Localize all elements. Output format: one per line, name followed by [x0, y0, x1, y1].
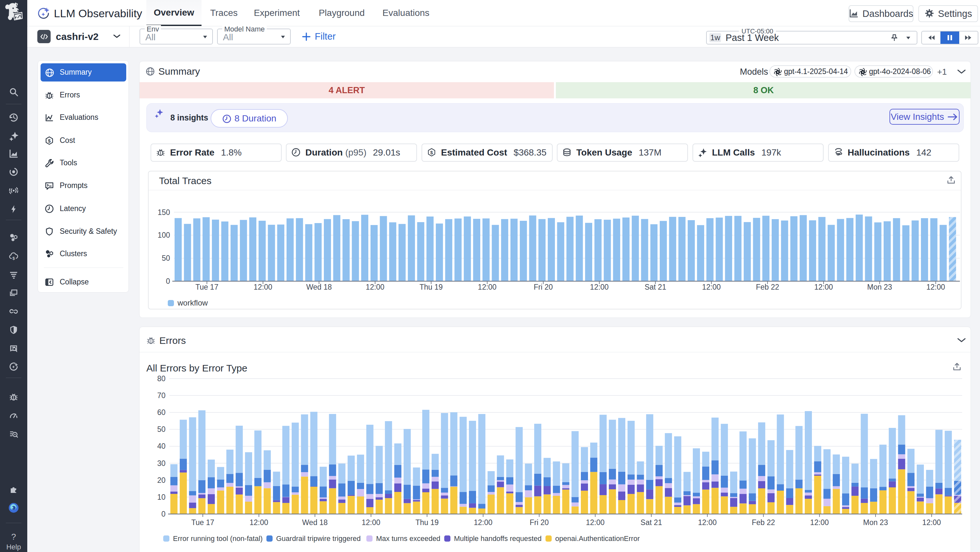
svg-text:$: $ [430, 150, 433, 155]
svg-text:$: $ [12, 256, 15, 261]
svg-text:$: $ [48, 138, 51, 144]
